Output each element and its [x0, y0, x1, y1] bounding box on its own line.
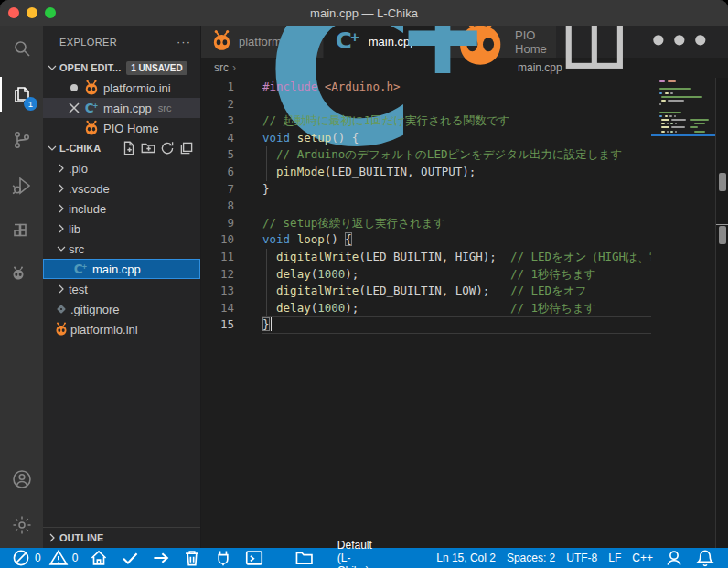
breadcrumb-folder[interactable]: src: [214, 61, 229, 74]
close-window-button[interactable]: [8, 7, 19, 18]
platformio-file-icon: [210, 29, 233, 55]
indent-guide: [266, 300, 267, 317]
feedback-button[interactable]: [658, 548, 690, 568]
code-line[interactable]: #include <Arduino.h>: [262, 79, 651, 96]
code-line[interactable]: digitalWrite(LED_BUILTIN, LOW); // LEDをオ…: [262, 283, 651, 300]
new-file-icon[interactable]: [121, 140, 137, 156]
pio-build-button[interactable]: [114, 548, 145, 568]
line-number: 9: [201, 215, 234, 232]
code-line[interactable]: }: [262, 316, 651, 334]
explorer-icon[interactable]: 1: [0, 71, 43, 117]
source-control-icon[interactable]: [0, 117, 43, 163]
code-line[interactable]: void loop() {: [262, 231, 651, 249]
run-debug-icon[interactable]: [0, 163, 43, 209]
activity-bar: 1: [0, 26, 43, 548]
extensions-icon[interactable]: [0, 209, 43, 254]
indent-guide: [266, 283, 267, 300]
open-editor-platformio-ini[interactable]: platformio.ini: [43, 78, 200, 98]
pio-upload-button[interactable]: [145, 548, 177, 568]
indent-guide: [266, 266, 267, 284]
outline-label: OUTLINE: [59, 532, 103, 543]
minimap[interactable]: [651, 78, 715, 548]
error-icon: [11, 548, 31, 568]
tree-item-vscode[interactable]: .vscode: [43, 178, 200, 198]
zoom-window-button[interactable]: [45, 7, 56, 18]
sidebar-more-actions-icon[interactable]: ···: [177, 35, 191, 48]
settings-gear-icon[interactable]: [0, 502, 43, 548]
account-icon[interactable]: [0, 456, 43, 502]
overview-mark: [716, 224, 728, 225]
explorer-badge: 1: [24, 97, 37, 111]
indentation-setting[interactable]: Spaces: 2: [501, 548, 561, 568]
tree-item-src[interactable]: src: [43, 239, 200, 259]
code-line[interactable]: pinMode(LED_BUILTIN, OUTPUT);: [262, 164, 651, 181]
new-folder-icon[interactable]: [140, 140, 156, 156]
code-line[interactable]: void setup() {: [262, 130, 651, 147]
platformio-icon[interactable]: [0, 254, 43, 300]
encoding-setting[interactable]: UTF-8: [561, 548, 603, 568]
pio-home-button[interactable]: [83, 548, 114, 568]
git-file-icon: [54, 302, 69, 316]
tree-item-pio[interactable]: .pio: [43, 158, 200, 178]
open-editor-pio-home[interactable]: PIO Home: [43, 118, 200, 138]
open-editor-label: main.cpp: [103, 102, 152, 115]
code-line[interactable]: delay(1000); // 1秒待ちます: [262, 266, 651, 284]
pio-env-switcher[interactable]: Default (L-Chika): [270, 548, 388, 568]
indent-guide: [266, 249, 267, 266]
close-icon[interactable]: [65, 99, 83, 117]
problems-indicator[interactable]: 0 0: [5, 548, 83, 568]
chevron-right-icon: [54, 181, 69, 196]
language-mode[interactable]: C++: [626, 548, 658, 568]
explorer-sidebar: EXPLORER ··· OPEN EDIT... 1 UNSAVED plat…: [43, 26, 201, 548]
pio-serial-monitor-button[interactable]: [208, 548, 239, 568]
svg-text:+: +: [82, 263, 87, 272]
pio-terminal-button[interactable]: [239, 548, 270, 568]
line-number: 5: [201, 146, 234, 164]
code-line[interactable]: }: [262, 181, 651, 198]
tree-item-gitignore[interactable]: .gitignore: [43, 299, 200, 319]
search-icon[interactable]: [0, 26, 43, 71]
title-bar[interactable]: main.cpp — L-Chika: [0, 0, 728, 26]
code-line[interactable]: [262, 198, 651, 215]
tree-item-main-cpp[interactable]: C+ main.cpp: [43, 259, 200, 279]
feedback-icon: [664, 548, 684, 568]
collapse-all-icon[interactable]: [178, 140, 195, 156]
code-line[interactable]: [262, 96, 651, 113]
line-number: 14: [201, 300, 234, 317]
code-editor[interactable]: 123456789101112131415 #include <Arduino.…: [201, 78, 651, 548]
status-bar: 0 0 Default (L-Chika) Ln 15, Col 2 Space…: [0, 548, 728, 568]
error-count: 0: [35, 552, 41, 564]
scrollbar-thumb[interactable]: [719, 173, 726, 191]
overview-ruler-scrollbar[interactable]: [715, 78, 728, 548]
code-lines[interactable]: #include <Arduino.h>// 起動時に最初に1回だけ実行される関…: [234, 79, 651, 548]
breadcrumb-file[interactable]: main.cpp: [518, 61, 562, 74]
minimize-window-button[interactable]: [27, 7, 37, 18]
tree-item-platformio-ini[interactable]: platformio.ini: [43, 319, 200, 339]
tree-item-test[interactable]: test: [43, 279, 200, 299]
cursor-position[interactable]: Ln 15, Col 2: [431, 548, 501, 568]
code-line[interactable]: // 起動時に最初に1回だけ実行される関数です: [262, 113, 651, 130]
project-name-label: L-CHIKA: [59, 143, 101, 154]
open-editor-label: platformio.ini: [103, 81, 171, 95]
refresh-icon[interactable]: [159, 140, 176, 156]
code-line[interactable]: // setup後繰り返し実行されます: [262, 215, 651, 232]
code-line[interactable]: delay(1000); // 1秒待ちます: [262, 300, 651, 317]
open-editor-main-cpp[interactable]: C+ main.cpp src: [43, 98, 200, 118]
notifications-button[interactable]: [690, 548, 721, 568]
eol-setting[interactable]: LF: [603, 548, 626, 568]
modified-dot-icon[interactable]: [65, 84, 83, 91]
scrollbar-thumb[interactable]: [719, 226, 726, 244]
outline-section-header[interactable]: OUTLINE: [43, 527, 200, 548]
project-section-header[interactable]: L-CHIKA: [43, 138, 200, 158]
tree-item-lib[interactable]: lib: [43, 219, 200, 239]
tree-item-label: test: [69, 283, 88, 296]
open-editors-header[interactable]: OPEN EDIT... 1 UNSAVED: [43, 58, 200, 78]
open-editor-detail: src: [158, 102, 172, 113]
gear-icon-glyph: [11, 514, 33, 536]
code-line[interactable]: digitalWrite(LED_BUILTIN, HIGH); // LEDを…: [262, 249, 651, 266]
code-line[interactable]: // ArduinoのデフォルトのLEDピンをデジタル出力に設定します: [262, 146, 651, 164]
pio-clean-button[interactable]: [177, 548, 208, 568]
chevron-right-icon: [54, 221, 69, 236]
search-icon-glyph: [11, 38, 33, 59]
tree-item-include[interactable]: include: [43, 198, 200, 219]
